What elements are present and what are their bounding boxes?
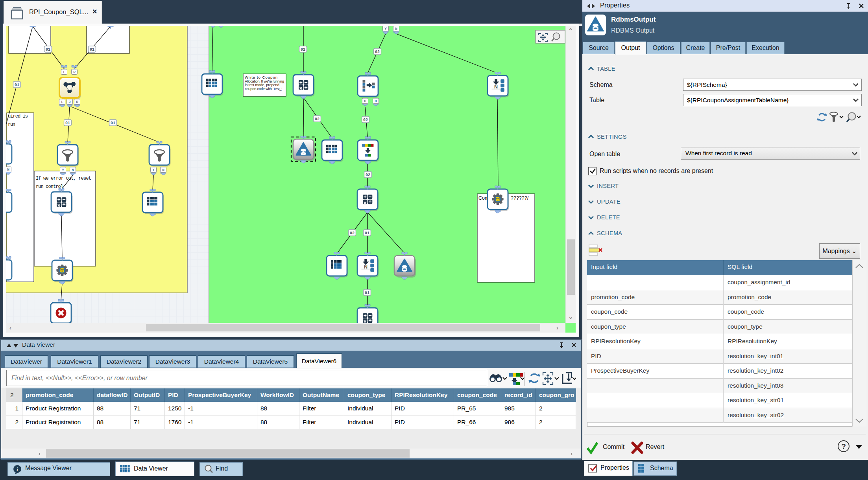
svg-text:Y: Y	[384, 27, 387, 31]
svg-text:N: N	[162, 168, 164, 172]
svg-text:01: 01	[46, 48, 50, 52]
svg-text:N: N	[7, 167, 9, 172]
svg-text:01: 01	[365, 291, 369, 295]
svg-text:02: 02	[375, 50, 380, 54]
svg-text:uired is: uired is	[8, 114, 28, 119]
svg-text:01: 01	[90, 48, 94, 52]
svg-text:coupon code with 'Test_': coupon code with 'Test_'	[245, 86, 282, 91]
svg-text:?: ?	[841, 442, 846, 451]
svg-text:02: 02	[301, 48, 305, 52]
svg-text:Y: Y	[62, 168, 64, 172]
svg-text:02: 02	[363, 118, 368, 122]
svg-text:01: 01	[365, 231, 369, 235]
svg-text:R: R	[76, 100, 78, 104]
svg-text:??????/: ??????/	[511, 195, 529, 201]
svg-text:02: 02	[315, 117, 319, 121]
svg-text:L: L	[63, 70, 65, 74]
svg-text:01: 01	[15, 83, 19, 87]
svg-text:D: D	[375, 99, 377, 103]
svg-text:N: N	[395, 27, 397, 31]
svg-text:02: 02	[350, 231, 355, 235]
svg-text:J: J	[68, 100, 71, 104]
svg-text:R: R	[73, 70, 76, 74]
svg-text:U: U	[364, 99, 366, 103]
svg-text:N: N	[72, 168, 74, 172]
svg-text:run: run	[8, 122, 15, 127]
svg-text:02: 02	[366, 173, 370, 177]
svg-text:Y: Y	[152, 168, 155, 172]
svg-text:01: 01	[65, 121, 70, 125]
svg-text:L: L	[61, 100, 63, 104]
svg-text:01: 01	[111, 121, 115, 125]
svg-text:If we error out, reset: If we error out, reset	[36, 176, 91, 181]
svg-text:i: i	[17, 466, 18, 472]
